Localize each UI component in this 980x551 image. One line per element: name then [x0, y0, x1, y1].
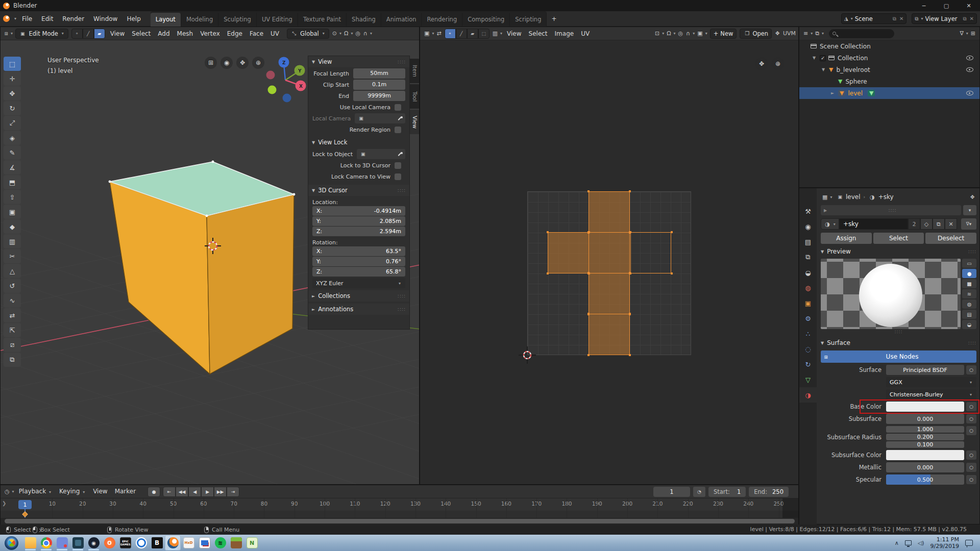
outliner-row-scene-collection[interactable]: Scene Collection [799, 40, 979, 52]
proportional-falloff-icon[interactable]: ∩ [362, 30, 369, 37]
taskbar-app-blender[interactable] [165, 535, 181, 550]
fake-user-shield-icon[interactable]: ◇ [920, 218, 933, 230]
taskbar-app-discord[interactable] [54, 535, 70, 550]
play-button[interactable]: ▶ [201, 487, 214, 497]
preview-fluid-button[interactable]: ◒ [962, 320, 976, 329]
collection-checkbox[interactable]: ✓ [820, 55, 826, 61]
workspace-tab-texture-paint[interactable]: Texture Paint [298, 13, 347, 27]
sticky-select-icon[interactable]: ▥ [491, 30, 499, 37]
taskbar-app-ubisoft[interactable] [133, 535, 149, 550]
taskbar-app-explorer[interactable] [22, 535, 38, 550]
dropdown-ggx[interactable]: GGX▾ [886, 377, 976, 387]
taskbar-app-hxd[interactable]: HxD [181, 535, 197, 550]
snap-magnet-icon[interactable]: Ω [342, 30, 350, 37]
orientation-selector[interactable]: ⤡ Global ▾ [287, 29, 329, 39]
panel-header-3d-cursor[interactable]: ▼3D Cursor:::: [308, 185, 409, 196]
visibility-eye-icon[interactable] [966, 56, 973, 60]
uv-face-selected[interactable] [589, 273, 630, 314]
uv-edge-select-button[interactable]: ╱ [456, 29, 467, 39]
mode-selector[interactable]: ▣ Edit Mode ▾ [15, 29, 68, 39]
taskbar-app-notepad-plus-plus[interactable]: N [244, 535, 260, 550]
use-local-camera-checkbox[interactable] [395, 104, 401, 111]
proportional-editing-icon[interactable]: ◎ [354, 30, 362, 37]
view-layer-selector[interactable]: ⧉ ▾ View Layer ⧉ ✕ [912, 13, 977, 24]
preview-shaderball-button[interactable]: ◍ [962, 299, 976, 309]
slot-specials-button[interactable]: ▾ [963, 205, 976, 215]
taskbar-app-epic-games[interactable]: EPIC GAMES [117, 535, 133, 550]
preview-flat-button[interactable]: ▭ [962, 259, 976, 268]
material-name-field[interactable]: +sky [839, 218, 908, 230]
properties-tab-world[interactable]: ◍ [799, 280, 817, 295]
viewport-canvas[interactable]: User Perspective (1) level ⬚✛✥↻⤢◈✎∡⬒⇧▣◆▥… [1, 40, 419, 484]
pin-icon[interactable]: ❖ [968, 194, 976, 201]
field-end[interactable]: 99999m [353, 91, 405, 101]
close-button[interactable]: ✕ [958, 0, 980, 11]
viewport-menu-face[interactable]: Face [246, 27, 267, 40]
cursor-location-x[interactable]: X:-0.4914m [312, 206, 405, 216]
panel-header-surface[interactable]: ▼Surface:::: [821, 337, 976, 348]
tool-loop-cut[interactable]: ▥ [4, 234, 21, 248]
cursor-rotation-y[interactable]: Y:0.76° [312, 257, 405, 266]
material-users-count[interactable]: 2 [908, 218, 920, 230]
uv-proportional-icon[interactable]: ◎ [677, 30, 685, 37]
workspace-tab-rendering[interactable]: Rendering [422, 13, 462, 27]
vertex-select-button[interactable]: ⚬ [71, 29, 83, 39]
tool-rip-region[interactable]: ⧉ [4, 353, 21, 367]
blender-menu-icon[interactable] [3, 15, 10, 22]
previous-keyframe-button[interactable]: ◀◀ [176, 487, 188, 497]
panel-header-annotations[interactable]: ►Annotations:::: [308, 304, 409, 315]
lock-to-object-field[interactable]: ▣ [357, 149, 405, 159]
material-filter-icon[interactable]: ∇▾ [961, 218, 976, 230]
unlink-material-icon[interactable]: ✕ [945, 218, 957, 230]
cursor-rotation-x[interactable]: X:63.5° [312, 246, 405, 256]
scene-selector[interactable]: ◮ ▾ Scene ⧉ ✕ [841, 13, 906, 24]
tool-inset-faces[interactable]: ▣ [4, 205, 21, 219]
menu-edit[interactable]: Edit [37, 15, 58, 22]
speaker-icon[interactable]: ◁) [918, 540, 924, 546]
viewport-menu-edge[interactable]: Edge [224, 27, 246, 40]
dropdown-christensen-burley[interactable]: Christensen-Burley▾ [886, 389, 976, 399]
camera-view-icon[interactable]: ◉ [220, 57, 233, 69]
render-region-checkbox[interactable] [395, 127, 401, 133]
outliner-search-input[interactable] [829, 29, 894, 38]
viewport-menu-view[interactable]: View [107, 27, 128, 40]
outliner-display-mode-icon[interactable]: ≡ [802, 30, 810, 37]
taskbar-app-photos[interactable] [70, 535, 86, 550]
panel-header-collections[interactable]: ►Collections:::: [308, 290, 409, 302]
outliner-row-collection[interactable]: ▼✓Collection [799, 52, 979, 64]
image-browse-icon[interactable]: ▣ [696, 30, 704, 37]
taskbar-app-chrome[interactable] [38, 535, 54, 550]
edge-select-button[interactable]: ╱ [83, 29, 94, 39]
sidebar-tab-tool[interactable]: Tool [410, 84, 419, 109]
uv-menu-view[interactable]: View [503, 27, 525, 40]
menu-window[interactable]: Window [89, 15, 122, 22]
image-new-button[interactable]: +New [710, 29, 737, 39]
viewport-menu-select[interactable]: Select [128, 27, 154, 40]
uv-face-selected[interactable] [589, 232, 630, 273]
editor-type-icon[interactable]: ⧈ [3, 30, 10, 37]
frame-start-field[interactable]: Start: 1 [708, 487, 746, 497]
workspace-tab-animation[interactable]: Animation [381, 13, 422, 27]
timeline-menu-view[interactable]: View [89, 485, 111, 499]
frame-end-field[interactable]: End: 250 [749, 487, 789, 497]
uv-face-selected[interactable] [548, 232, 589, 273]
uv-face-unselected[interactable] [630, 232, 671, 273]
deselect-button[interactable]: Deselect [925, 233, 976, 244]
value-field-subsurface-radius[interactable]: 1.000 [886, 426, 964, 433]
stopwatch-icon[interactable]: ◔ [693, 487, 705, 497]
zoom-icon[interactable]: ⊕ [772, 58, 784, 70]
add-workspace-button[interactable]: + [547, 11, 561, 27]
play-reverse-button[interactable]: ◀ [188, 487, 201, 497]
timeline-menu-playback[interactable]: Playback ▾ [15, 485, 56, 499]
uv-snap-magnet-icon[interactable]: Ω [665, 30, 672, 37]
workspace-tab-modeling[interactable]: Modeling [181, 13, 218, 27]
tool-smooth[interactable]: ∿ [4, 293, 21, 308]
taskbar-app-minecraft[interactable] [228, 535, 244, 550]
value-field-subsurface[interactable]: 0.000 [886, 414, 964, 424]
tool-shrink-fatten[interactable]: ⇱ [4, 323, 21, 337]
menu-file[interactable]: File [17, 15, 37, 22]
scrollbar-thumb[interactable] [5, 519, 795, 523]
preview-cloth-button[interactable]: ▤ [962, 310, 976, 319]
node-socket-button[interactable]: ○ [966, 450, 976, 460]
color-swatch-subsurface-color[interactable] [886, 450, 964, 460]
